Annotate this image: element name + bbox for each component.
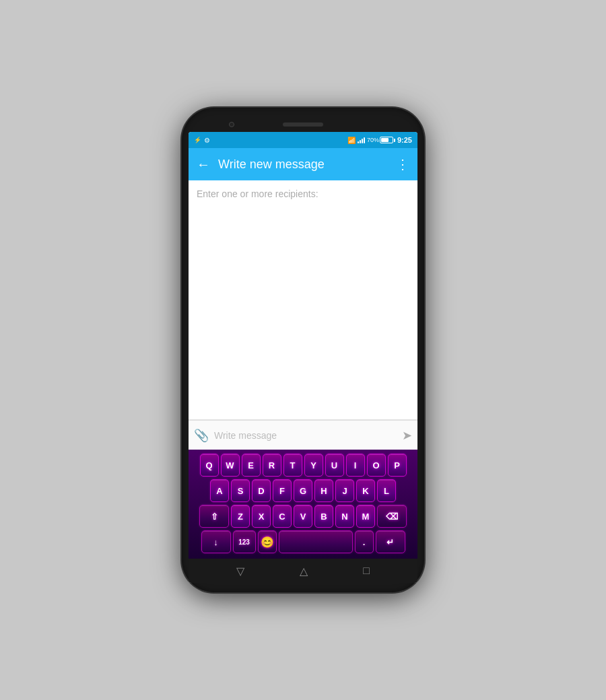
keyboard-row-2: A S D F G H J K L: [191, 479, 415, 502]
menu-button[interactable]: ⋮: [396, 156, 409, 172]
phone-device: ⚡ ⚙ 📶 70% 9:25: [182, 108, 424, 592]
app-title: Write new message: [218, 158, 388, 172]
content-area: Enter one or more recipients: 📎 Write me…: [189, 180, 417, 450]
usb-icon: ⚡: [194, 137, 201, 143]
back-button[interactable]: ←: [197, 157, 210, 172]
key-123[interactable]: 123: [233, 530, 256, 553]
key-u[interactable]: U: [325, 454, 344, 477]
key-period[interactable]: .: [355, 530, 374, 553]
attach-icon[interactable]: 📎: [194, 428, 209, 443]
key-emoji[interactable]: 😊: [258, 530, 277, 553]
key-s[interactable]: S: [231, 479, 250, 502]
keyboard-row-3: ⇧ Z X C V B N M ⌫: [191, 505, 415, 528]
key-backspace[interactable]: ⌫: [377, 505, 407, 528]
status-right: 📶 70% 9:25: [347, 136, 412, 144]
key-x[interactable]: X: [252, 505, 271, 528]
key-l[interactable]: L: [377, 479, 396, 502]
battery-body: [380, 137, 393, 143]
status-bar: ⚡ ⚙ 📶 70% 9:25: [189, 132, 417, 148]
keyboard-row-1: Q W E R T Y U I O P: [191, 454, 415, 477]
keyboard-row-4: ↓ 123 😊 . ↵: [191, 530, 415, 553]
key-b[interactable]: B: [314, 505, 333, 528]
phone-top-bar: [189, 117, 417, 132]
compose-bar: 📎 Write message ➤: [189, 420, 417, 450]
key-enter[interactable]: ↵: [376, 530, 405, 553]
key-e[interactable]: E: [242, 454, 261, 477]
key-space[interactable]: [279, 530, 353, 553]
phone-screen: ⚡ ⚙ 📶 70% 9:25: [189, 132, 417, 583]
key-f[interactable]: F: [273, 479, 292, 502]
key-i[interactable]: I: [346, 454, 365, 477]
nav-home[interactable]: △: [300, 565, 308, 578]
clock: 9:25: [397, 136, 412, 144]
recipients-field[interactable]: Enter one or more recipients:: [189, 180, 417, 420]
signal-bar-4: [364, 137, 365, 143]
send-button[interactable]: ➤: [402, 428, 412, 443]
nav-back[interactable]: ▽: [236, 565, 244, 578]
key-d[interactable]: D: [252, 479, 271, 502]
key-collapse[interactable]: ↓: [201, 530, 231, 553]
keyboard: Q W E R T Y U I O P A S D F G H J K: [189, 450, 417, 559]
phone-speaker: [283, 123, 323, 127]
battery-tip: [394, 139, 395, 142]
phone-camera: [229, 122, 234, 127]
nav-recents[interactable]: □: [363, 565, 370, 577]
wifi-icon: 📶: [347, 137, 356, 144]
battery-fill: [381, 138, 389, 142]
signal-bars: [358, 137, 365, 143]
key-r[interactable]: R: [263, 454, 281, 477]
signal-bar-1: [358, 141, 359, 143]
battery-indicator: 70%: [367, 137, 395, 143]
signal-bar-2: [360, 140, 361, 143]
key-n[interactable]: N: [335, 505, 354, 528]
key-h[interactable]: H: [314, 479, 333, 502]
key-m[interactable]: M: [356, 505, 375, 528]
key-c[interactable]: C: [273, 505, 292, 528]
signal-bar-3: [362, 139, 363, 143]
key-y[interactable]: Y: [304, 454, 323, 477]
key-z[interactable]: Z: [231, 505, 250, 528]
android-icon: ⚙: [204, 137, 210, 144]
app-bar: ← Write new message ⋮: [189, 148, 417, 180]
nav-bar: ▽ △ □: [189, 559, 417, 583]
key-g[interactable]: G: [294, 479, 312, 502]
key-q[interactable]: Q: [200, 454, 219, 477]
key-j[interactable]: J: [335, 479, 354, 502]
key-t[interactable]: T: [283, 454, 302, 477]
key-p[interactable]: P: [388, 454, 407, 477]
key-a[interactable]: A: [210, 479, 229, 502]
key-v[interactable]: V: [294, 505, 312, 528]
key-k[interactable]: K: [356, 479, 375, 502]
compose-input[interactable]: Write message: [214, 430, 397, 441]
recipients-placeholder: Enter one or more recipients:: [197, 188, 318, 199]
key-w[interactable]: W: [221, 454, 240, 477]
key-o[interactable]: O: [367, 454, 386, 477]
battery-percent: 70%: [367, 137, 379, 143]
status-left-icons: ⚡ ⚙: [194, 137, 210, 144]
key-shift[interactable]: ⇧: [199, 505, 229, 528]
